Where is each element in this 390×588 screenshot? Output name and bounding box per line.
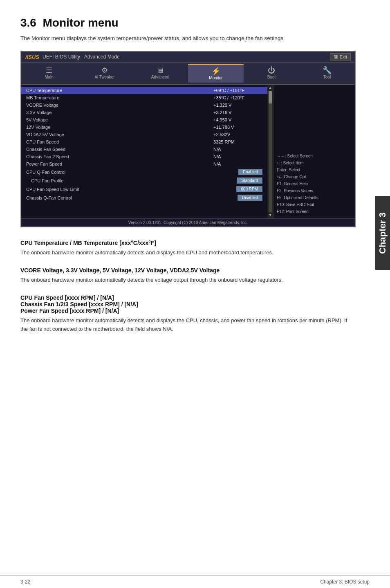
bios-navbar: ☰ Main ⚙ Ai Tweaker 🖥 Advanced ⚡ Monitor… [21,63,355,85]
section-body-1: The onboard hardware monitor automatical… [20,249,356,257]
bios-title: UEFI BIOS Utility - Advanced Mode [43,54,120,60]
help-line-9: F12: Print Screen [277,208,352,215]
chassis-qfan-badge: Disabled [238,195,262,201]
row-chassis-fan-speed[interactable]: Chassis Fan Speed N/A [21,146,267,153]
vcore-value: +1.320 V [213,103,262,108]
bios-help-panel: →←: Select Screen ↑↓: Select Item Enter:… [273,85,355,218]
row-cpu-temperature[interactable]: CPU Temperature +69°C / +181°F [21,87,267,94]
row-33v-voltage[interactable]: 3.3V Voltage +3.216 V [21,109,267,116]
bios-help-text: →←: Select Screen ↑↓: Select Item Enter:… [277,153,352,215]
row-vdda25v-voltage[interactable]: VDDA2.5V Voltage +2.532V [21,131,267,138]
cpu-fan-speed-label: CPU Fan Speed [26,139,213,144]
scroll-down-arrow[interactable]: ▼ [269,213,271,218]
boot-icon: ⏻ [268,67,275,74]
bios-titlebar: /ISUS UEFI BIOS Utility - Advanced Mode … [21,52,355,63]
exit-icon: 🖫 [334,54,338,59]
33v-label: 3.3V Voltage [26,110,213,115]
bios-settings-list: CPU Temperature +69°C / +181°F MB Temper… [21,85,267,218]
nav-tool-label: Tool [323,75,331,79]
help-line-1: →←: Select Screen [277,153,352,159]
chapter-sidebar: Chapter 3 [375,196,390,270]
section-body-3: The onboard hardware monitor automatical… [20,316,356,334]
power-fan-speed-label: Power Fan Speed [26,162,213,166]
nav-boot-label: Boot [267,75,276,79]
nav-ai-tweaker[interactable]: ⚙ Ai Tweaker [77,64,132,83]
help-line-5: F1: General Help [277,180,352,187]
intro-text: The Monitor menu displays the system tem… [20,34,356,43]
ai-tweaker-icon: ⚙ [101,67,108,74]
nav-advanced-label: Advanced [151,75,169,79]
vdda25v-value: +2.532V [213,132,262,137]
scroll-thumb[interactable] [269,91,272,103]
power-fan-speed-value: N/A [213,162,262,166]
asus-logo: /ISUS [25,54,39,60]
cpu-temp-value: +69°C / +181°F [213,88,262,93]
bios-main-area: CPU Temperature +69°C / +181°F MB Temper… [21,85,355,218]
row-cpu-fan-speed-low-limit[interactable]: CPU Fan Speed Low Limit 600 RPM [21,185,267,193]
section-cpu-mb-temp: CPU Temperature / MB Temperature [xxx°C/… [20,240,356,257]
nav-main[interactable]: ☰ Main [21,64,77,83]
chassis-fan-speed-label: Chassis Fan Speed [26,147,213,152]
row-chassis-fan2-speed[interactable]: Chassis Fan 2 Speed N/A [21,153,267,160]
vcore-label: VCORE Voltage [26,103,213,108]
cpu-temp-label: CPU Temperature [26,88,213,93]
section-heading-3: CPU Fan Speed [xxxx RPM] / [N/A] Chassis… [20,294,356,314]
nav-tool[interactable]: 🔧 Tool [299,64,355,83]
12v-value: +11.788 V [213,125,262,130]
help-line-4: +/-: Change Opt. [277,173,352,180]
chassis-fan-speed-value: N/A [213,147,262,152]
row-cpu-fan-speed[interactable]: CPU Fan Speed 3325 RPM [21,138,267,146]
chassis-fan2-speed-value: N/A [213,154,262,159]
mb-temp-value: +35°C / +120°F [213,95,262,100]
section-heading-2: VCORE Voltage, 3.3V Voltage, 5V Voltage,… [20,267,356,274]
help-line-2: ↑↓: Select Item [277,159,352,166]
help-line-6: F2: Previous Values [277,187,352,194]
vdda25v-label: VDDA2.5V Voltage [26,132,213,137]
section-fan-speeds: CPU Fan Speed [xxxx RPM] / [N/A] Chassis… [20,294,356,334]
row-empty-2 [21,209,267,217]
row-cpu-qfan-control[interactable]: CPU Q-Fan Control Enabled [21,168,267,176]
row-chassis-qfan-control[interactable]: Chassis Q-Fan Control Disabled [21,193,267,202]
section-heading-1: CPU Temperature / MB Temperature [xxx°C/… [20,240,356,246]
cpu-fan-profile-label: CPU Fan Profile [31,178,237,183]
tool-icon: 🔧 [323,67,332,74]
footer-chapter: Chapter 3: BIOS setup [320,579,370,585]
help-line-3: Enter: Select [277,166,352,173]
main-icon: ☰ [46,67,52,74]
nav-main-label: Main [45,75,54,79]
page-footer: 3-22 Chapter 3: BIOS setup [0,575,390,588]
nav-ai-tweaker-label: Ai Tweaker [94,75,114,79]
bios-footer: Version 2.00.1201. Copyright (C) 2010 Am… [21,218,355,227]
nav-monitor[interactable]: ⚡ Monitor [188,64,244,83]
row-mb-temperature[interactable]: MB Temperature +35°C / +120°F [21,94,267,101]
cpu-fan-profile-badge: Standard [237,177,262,184]
help-line-8: F10: Save ESC: Exit [277,201,352,208]
cpu-fan-low-limit-label: CPU Fan Speed Low Limit [26,187,236,192]
row-5v-voltage[interactable]: 5V Voltage +4.950 V [21,116,267,123]
section-voltages: VCORE Voltage, 3.3V Voltage, 5V Voltage,… [20,267,356,285]
row-power-fan-speed[interactable]: Power Fan Speed N/A [21,160,267,168]
scroll-up-arrow[interactable]: ▲ [269,86,271,90]
nav-monitor-label: Monitor [209,76,222,80]
nav-advanced[interactable]: 🖥 Advanced [132,64,188,83]
bios-ui: /ISUS UEFI BIOS Utility - Advanced Mode … [20,51,356,227]
row-cpu-fan-profile[interactable]: CPU Fan Profile Standard [21,176,267,185]
nav-boot[interactable]: ⏻ Boot [244,64,299,83]
chassis-fan2-speed-label: Chassis Fan 2 Speed [26,154,213,159]
chassis-qfan-label: Chassis Q-Fan Control [26,195,238,200]
cpu-qfan-badge: Enabled [238,169,262,175]
row-empty-1 [21,202,267,209]
12v-label: 12V Voltage [26,125,213,130]
scroll-track[interactable] [269,91,272,212]
exit-label: Exit [340,54,347,59]
row-12v-voltage[interactable]: 12V Voltage +11.788 V [21,123,267,131]
section-title: 3.6 Monitor menu [20,16,356,29]
section-body-2: The onboard hardware monitor automatical… [20,276,356,285]
bios-scrollbar[interactable]: ▲ ▼ [267,85,273,218]
row-vcore-voltage[interactable]: VCORE Voltage +1.320 V [21,101,267,109]
advanced-icon: 🖥 [157,67,164,74]
5v-label: 5V Voltage [26,117,213,122]
bios-exit-button[interactable]: 🖫 Exit [330,53,351,61]
cpu-fan-speed-value: 3325 RPM [213,139,262,144]
33v-value: +3.216 V [213,110,262,115]
